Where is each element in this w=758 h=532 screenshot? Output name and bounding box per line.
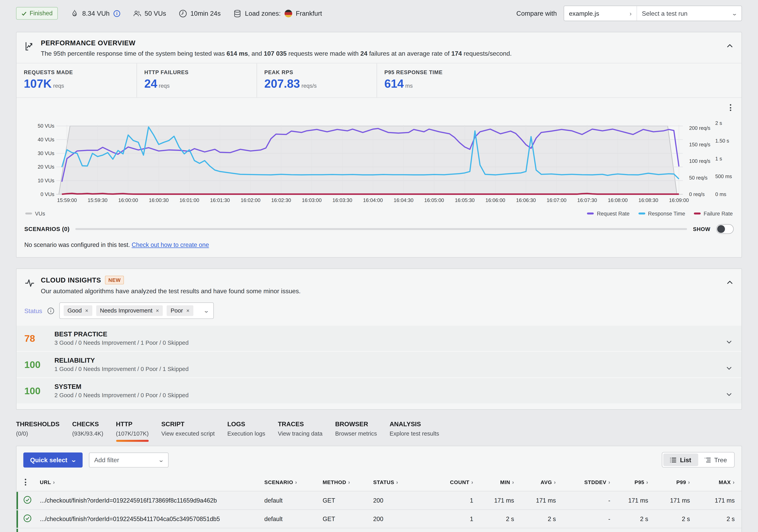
quick-select-button[interactable]: Quick select ⌄ — [23, 452, 83, 468]
chevron-down-icon: ⌄ — [70, 457, 77, 463]
chevron-right-icon: › — [630, 10, 632, 17]
new-badge: NEW — [105, 276, 124, 285]
tab-label: CHECKS — [72, 421, 103, 428]
status-chip-needs-improvement: Needs Improvement× — [96, 306, 163, 316]
x-axis-tick: 16:06:30 — [516, 197, 536, 203]
tab-analysis[interactable]: ANALYSISExplore test results — [390, 421, 439, 442]
cell-stddev: - — [556, 497, 610, 504]
tab-http[interactable]: HTTP(107K/107K) — [116, 421, 149, 442]
create-scenario-link[interactable]: Check out how to create one — [132, 242, 209, 249]
cell-url: .../checkout/finish?orderId=0192245916f1… — [40, 497, 264, 504]
sort-chevron-icon: › — [554, 479, 556, 485]
add-filter-select[interactable]: Add filter ⌄ — [89, 452, 169, 468]
column-header-min[interactable]: MIN› — [473, 479, 514, 485]
cell-status: 200 — [373, 497, 431, 504]
chevron-down-icon: ⌄ — [203, 308, 210, 314]
metrics-chart[interactable]: 0 VUs10 VUs20 VUs30 VUs40 VUs50 VUs0 req… — [24, 102, 734, 205]
insight-row-reliability[interactable]: 100RELIABILITY1 Good / 0 Needs Improveme… — [17, 352, 741, 377]
info-icon[interactable] — [47, 307, 54, 315]
tab-traces[interactable]: TRACESView tracing data — [278, 421, 322, 442]
legend-label: VUs — [35, 211, 45, 216]
cell-scenario: default — [264, 516, 323, 522]
insight-detail: 3 Good / 0 Needs Improvement / 1 Poor / … — [54, 340, 189, 346]
x-axis-tick: 16:00:00 — [118, 197, 138, 203]
chart-menu-kebab-icon[interactable] — [728, 103, 733, 113]
compare-script-select[interactable]: example.js › — [564, 6, 637, 20]
vus-area — [59, 126, 677, 194]
remove-chip-icon[interactable]: × — [85, 308, 88, 314]
sort-chevron-icon: › — [733, 479, 735, 485]
table-row[interactable]: .../checkout/finish?orderId=01922455b411… — [17, 510, 741, 528]
list-view-button[interactable]: List — [663, 454, 698, 466]
show-scenarios-toggle[interactable] — [716, 224, 734, 234]
table-row[interactable]: .../checkout/finish?orderId=0192245916f1… — [17, 491, 741, 510]
cell-avg: 171 ms — [514, 497, 556, 504]
insight-row-system[interactable]: 100SYSTEM2 Good / 0 Needs Improvement / … — [17, 378, 741, 404]
left-axis-tick: 10 VUs — [38, 178, 54, 183]
tab-sublabel: View tracing data — [278, 430, 322, 437]
load-zones: Load zones: Frankfurt — [233, 9, 322, 17]
right-axis-time-tick: 0 ms — [715, 191, 726, 197]
load-zones-label: Load zones: — [245, 10, 281, 17]
tab-sublabel: (93K/93.4K) — [72, 430, 103, 437]
column-header-count[interactable]: COUNT› — [431, 479, 473, 485]
column-header-stddev[interactable]: STDDEV› — [556, 479, 610, 485]
clock-icon — [179, 9, 187, 17]
overview-stats-row: REQUESTS MADE107KreqsHTTP FAILURES24reqs… — [17, 63, 741, 98]
tab-thresholds[interactable]: THRESHOLDS(0/0) — [16, 421, 60, 442]
divider — [75, 228, 687, 230]
load-zone-value: Frankfurt — [296, 10, 322, 17]
right-axis-time-tick: 2 s — [715, 120, 722, 126]
tab-checks[interactable]: CHECKS(93K/93.4K) — [72, 421, 103, 442]
view-mode-switch: List Tree — [662, 452, 735, 468]
legend-label: Failure Rate — [704, 211, 733, 216]
column-header-p99[interactable]: P99› — [648, 479, 690, 485]
column-header-p95[interactable]: P95› — [610, 479, 648, 485]
cell-min: 171 ms — [473, 497, 514, 504]
sort-chevron-icon: › — [512, 479, 514, 485]
remove-chip-icon[interactable]: × — [156, 308, 159, 314]
left-axis-tick: 40 VUs — [38, 137, 54, 142]
tab-script[interactable]: SCRIPTView executed script — [161, 421, 215, 442]
sort-chevron-icon: › — [646, 479, 648, 485]
remove-chip-icon[interactable]: × — [186, 308, 190, 314]
cell-count: 1 — [431, 497, 473, 504]
x-axis-tick: 16:08:00 — [608, 197, 628, 203]
info-icon[interactable] — [113, 10, 120, 17]
vus-metric: 50 VUs — [133, 9, 166, 17]
column-header-url[interactable]: URL› — [40, 479, 264, 485]
column-header-method[interactable]: METHOD› — [323, 479, 373, 485]
tab-browser[interactable]: BROWSERBrowser metrics — [335, 421, 377, 442]
compare-run-select[interactable]: Select a test run ⌄ — [637, 6, 741, 20]
tab-label: BROWSER — [335, 421, 377, 428]
table-menu-kebab-icon[interactable] — [23, 478, 40, 487]
stat-label: PEAK RPS — [264, 69, 376, 75]
chevron-down-icon — [726, 389, 732, 393]
pulse-icon — [24, 278, 35, 288]
collapse-chevron-up-icon[interactable] — [727, 41, 733, 45]
stat-1: HTTP FAILURES24reqs — [137, 63, 257, 97]
scenarios-label: SCENARIOS (0) — [24, 226, 70, 233]
insight-row-best-practice[interactable]: 78BEST PRACTICE3 Good / 0 Needs Improvem… — [17, 326, 741, 351]
legend-item-failure-rate[interactable]: Failure Rate — [694, 211, 733, 216]
sort-chevron-icon: › — [348, 479, 350, 485]
column-header-scenario[interactable]: SCENARIO› — [264, 479, 323, 485]
status-chip-good: Good× — [64, 306, 92, 316]
cell-avg: 2 s — [514, 516, 556, 522]
column-header-max[interactable]: MAX› — [690, 479, 735, 485]
collapse-chevron-up-icon[interactable] — [727, 278, 733, 282]
cell-status: 200 — [373, 516, 431, 522]
tab-logs[interactable]: LOGSExecution logs — [227, 421, 265, 442]
column-header-avg[interactable]: AVG› — [514, 479, 556, 485]
tab-sublabel: Execution logs — [227, 430, 265, 437]
status-filter-select[interactable]: Good×Needs Improvement×Poor×⌄ — [59, 303, 214, 319]
insight-texts: RELIABILITY1 Good / 0 Needs Improvement … — [54, 357, 189, 373]
stat-2: PEAK RPS207.83reqs/s — [257, 63, 377, 97]
legend-item-vus[interactable]: VUs — [25, 211, 45, 216]
legend-item-request-rate[interactable]: Request Rate — [587, 211, 630, 216]
table-row[interactable]: .../checkout/finish?orderId=0192245b6080… — [17, 528, 741, 532]
legend-item-response-time[interactable]: Response Time — [638, 211, 685, 216]
tree-view-button[interactable]: Tree — [698, 454, 733, 466]
column-header-status[interactable]: STATUS› — [373, 479, 431, 485]
insight-score: 100 — [24, 385, 47, 397]
